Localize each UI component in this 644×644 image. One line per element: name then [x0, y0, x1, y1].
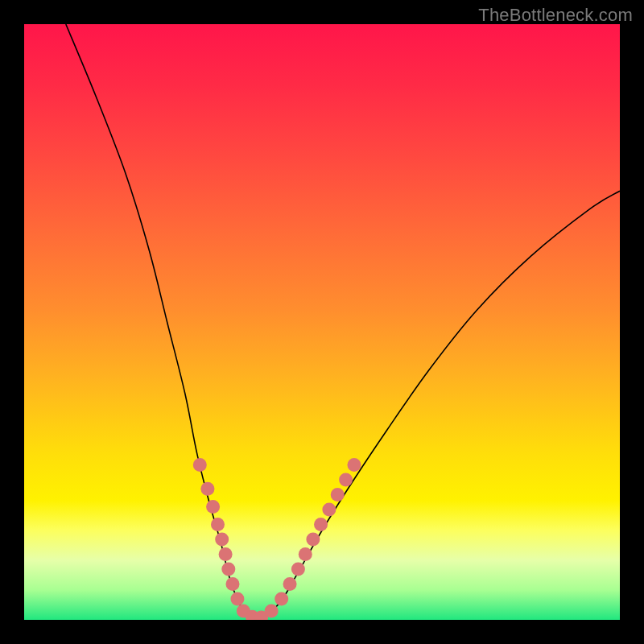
highlight-dot	[226, 577, 240, 591]
highlight-dot	[314, 518, 328, 531]
highlight-dot	[200, 482, 214, 496]
highlight-dot	[221, 563, 235, 576]
highlight-dot	[219, 547, 233, 561]
highlight-dot	[331, 488, 345, 502]
outer-frame: TheBottleneck.com	[0, 0, 644, 644]
highlight-dot	[299, 547, 312, 561]
marker-group	[193, 458, 361, 620]
bottleneck-curve	[66, 24, 620, 619]
highlight-dot	[193, 458, 207, 472]
highlight-dot	[283, 577, 297, 591]
highlight-dot	[215, 533, 229, 547]
highlight-dot	[211, 518, 225, 531]
highlight-dot	[230, 592, 244, 606]
chart-overlay	[24, 24, 620, 620]
highlight-dot	[347, 458, 361, 472]
highlight-dot	[206, 500, 220, 514]
highlight-dot	[322, 503, 336, 517]
highlight-dot	[265, 604, 279, 617]
watermark-text: TheBottleneck.com	[478, 5, 633, 26]
highlight-dot	[275, 592, 288, 606]
plot-area	[24, 24, 620, 620]
highlight-dot	[306, 533, 320, 547]
highlight-dot	[291, 563, 305, 576]
highlight-dot	[339, 473, 353, 487]
